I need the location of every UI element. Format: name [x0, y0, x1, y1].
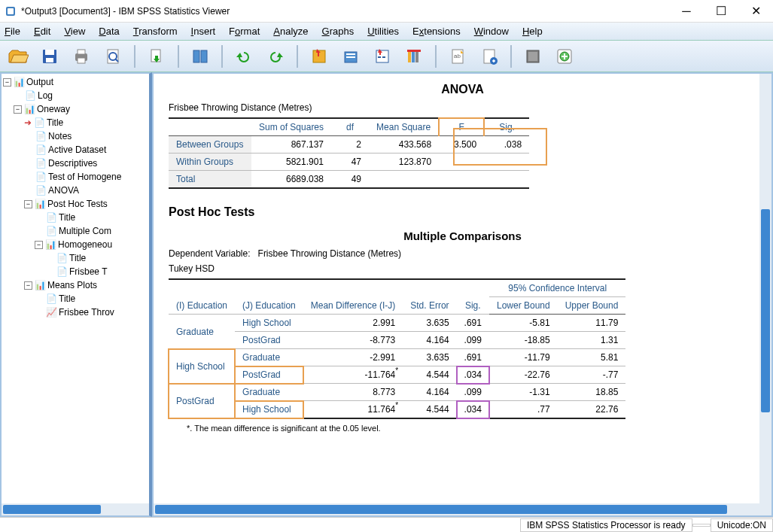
menu-data[interactable]: Data: [99, 26, 119, 37]
svg-rect-12: [193, 50, 199, 62]
svg-rect-17: [346, 56, 355, 58]
vertical-scrollbar[interactable]: [759, 74, 771, 503]
anova-table[interactable]: Sum of Squares df Mean Square F Sig. Bet…: [169, 117, 529, 189]
tree-testhom[interactable]: 📄Test of Homogene: [3, 170, 148, 184]
tree-oneway[interactable]: −📊Oneway: [3, 102, 148, 116]
toolbar: ab: [0, 41, 773, 72]
svg-rect-30: [528, 52, 537, 61]
svg-rect-6: [78, 50, 85, 54]
tree-frisbee1[interactable]: 📄Frisbee T: [3, 265, 148, 278]
tree-anova[interactable]: 📄ANOVA: [3, 184, 148, 197]
anova-title: ANOVA: [169, 83, 756, 96]
posthoc-method: Tukey HSD: [169, 263, 756, 274]
menu-help[interactable]: Help: [522, 26, 543, 37]
goto-data-button[interactable]: [306, 43, 333, 70]
designate-window-button[interactable]: [519, 43, 546, 70]
save-button[interactable]: [36, 43, 63, 70]
status-processor: IBM SPSS Statistics Processor is ready: [520, 518, 692, 532]
minimize-button[interactable]: ─: [669, 0, 704, 23]
tree-title2[interactable]: 📄Title: [3, 211, 148, 224]
svg-rect-22: [412, 52, 415, 62]
anova-dep: Frisbee Throwing Distance (Metres): [169, 102, 756, 113]
menu-file[interactable]: File: [5, 26, 20, 37]
titlebar: *Output3 [Document3] - IBM SPSS Statisti…: [0, 0, 773, 23]
tree-log[interactable]: 📄Log: [3, 89, 148, 102]
menu-insert[interactable]: Insert: [191, 26, 216, 37]
tree-homogen[interactable]: −📊Homogeneou: [3, 238, 148, 251]
posthoc-heading: Post Hoc Tests: [169, 205, 756, 219]
print-button[interactable]: [68, 43, 95, 70]
horizontal-scrollbar[interactable]: [154, 503, 771, 515]
menu-analyze[interactable]: Analyze: [273, 26, 308, 37]
svg-rect-7: [78, 58, 85, 63]
tree-descriptives[interactable]: 📄Descriptives: [3, 157, 148, 170]
close-button[interactable]: ✕: [738, 0, 773, 23]
svg-rect-1: [8, 8, 14, 14]
app-icon: [5, 5, 17, 17]
tree-multcomp[interactable]: 📄Multiple Com: [3, 224, 148, 238]
menu-view[interactable]: View: [64, 26, 85, 37]
menu-transform[interactable]: Transform: [133, 26, 178, 37]
window-title: *Output3 [Document3] - IBM SPSS Statisti…: [21, 6, 230, 17]
tree-title1[interactable]: ➜📄Title: [3, 116, 148, 129]
depvar-value: Frisbee Throwing Distance (Metres): [258, 248, 402, 259]
goto-case-button[interactable]: [337, 43, 364, 70]
tree-title3[interactable]: 📄Title: [3, 251, 148, 265]
variables-button[interactable]: [369, 43, 396, 70]
multcomp-title: Multiple Comparisons: [169, 230, 756, 242]
maximize-button[interactable]: ☐: [704, 0, 738, 23]
tree-meansplots[interactable]: −📊Means Plots: [3, 278, 148, 292]
depvar-label: Dependent Variable:: [169, 248, 251, 259]
insert-heading-button[interactable]: ab: [444, 43, 471, 70]
tree-activeds[interactable]: 📄Active Dataset: [3, 143, 148, 157]
menu-extensions[interactable]: Extensions: [412, 26, 461, 37]
tree-posthoc[interactable]: −📊Post Hoc Tests: [3, 197, 148, 211]
insert-title-button[interactable]: [476, 43, 503, 70]
outline-panel[interactable]: −📊Output 📄Log −📊Oneway ➜📄Title 📄Notes 📄A…: [0, 72, 152, 517]
svg-rect-19: [378, 56, 381, 58]
tree-frisbeethrow[interactable]: 📈Frisbee Throv: [3, 306, 148, 319]
menu-edit[interactable]: Edit: [34, 26, 50, 37]
export-button[interactable]: [143, 43, 170, 70]
svg-rect-24: [407, 50, 421, 52]
hide-button[interactable]: [551, 43, 578, 70]
svg-rect-3: [45, 50, 54, 55]
tree-notes[interactable]: 📄Notes: [3, 129, 148, 143]
svg-rect-23: [415, 52, 418, 62]
preview-button[interactable]: [99, 43, 126, 70]
output-viewer: ANOVA Frisbee Throwing Distance (Metres)…: [152, 72, 773, 517]
svg-rect-13: [201, 50, 207, 62]
select-cases-button[interactable]: [400, 43, 428, 70]
tree-title4[interactable]: 📄Title: [3, 292, 148, 306]
open-button[interactable]: [5, 43, 32, 70]
menu-utilities[interactable]: Utilities: [367, 26, 399, 37]
multcomp-table[interactable]: (I) Education (J) Education Mean Differe…: [169, 278, 625, 419]
svg-rect-21: [408, 52, 411, 62]
svg-rect-4: [46, 58, 53, 62]
menu-window[interactable]: Window: [474, 26, 509, 37]
menu-format[interactable]: Format: [229, 26, 260, 37]
tree-output[interactable]: −📊Output: [3, 75, 148, 89]
status-unicode: Unicode:ON: [711, 518, 773, 532]
menu-graphs[interactable]: Graphs: [322, 26, 355, 37]
redo-button[interactable]: [262, 43, 289, 70]
output-content[interactable]: ANOVA Frisbee Throwing Distance (Metres)…: [154, 74, 771, 503]
recall-dialog-button[interactable]: [187, 43, 214, 70]
svg-rect-20: [382, 56, 385, 58]
undo-button[interactable]: [230, 43, 257, 70]
footnote: *. The mean difference is significant at…: [169, 424, 756, 433]
svg-text:ab: ab: [454, 53, 461, 59]
svg-rect-16: [346, 53, 355, 55]
statusbar: IBM SPSS Statistics Processor is ready U…: [0, 517, 773, 532]
menubar: File Edit View Data Transform Insert For…: [0, 23, 773, 41]
